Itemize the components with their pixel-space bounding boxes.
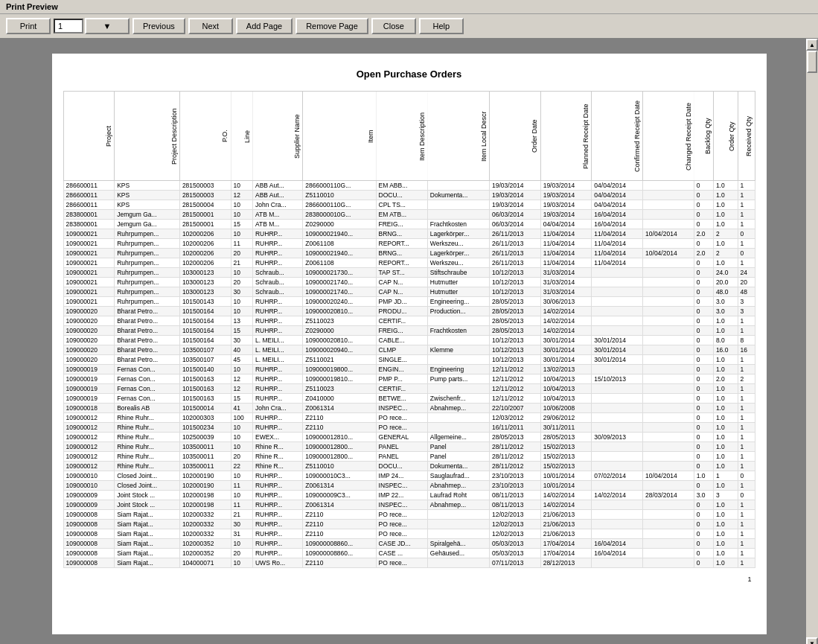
table-cell: 0	[694, 355, 713, 365]
table-row: 109000010Closed Joint...10200019011RUHRP…	[63, 481, 755, 491]
table-cell: CPL TS...	[376, 200, 427, 210]
scroll-thumb[interactable]	[807, 51, 817, 73]
table-cell: 0	[694, 558, 713, 568]
table-cell: 26/11/2013	[489, 258, 540, 268]
table-cell: Siam Rajat...	[115, 539, 180, 549]
table-cell: 15/02/2013	[540, 462, 592, 471]
table-cell: 10/12/2013	[489, 345, 540, 355]
table-cell: 102000332	[179, 510, 231, 520]
table-cell: 0	[694, 365, 713, 374]
table-cell	[643, 510, 694, 520]
remove-page-button[interactable]: Remove Page	[295, 18, 368, 34]
table-cell: PRODU...	[376, 307, 427, 316]
table-cell: 0	[738, 491, 755, 500]
add-page-button[interactable]: Add Page	[236, 18, 293, 34]
close-button[interactable]: Close	[371, 18, 416, 34]
table-cell: 30/01/2014	[592, 336, 643, 345]
table-row: 109000012Rhine Ruhr...10150023410RUHRP..…	[63, 423, 755, 433]
table-cell	[643, 287, 694, 297]
table-cell: 20	[231, 249, 252, 258]
table-cell: 21/06/2013	[540, 520, 592, 529]
table-cell: 1	[738, 181, 755, 191]
table-cell: Panel	[427, 452, 489, 462]
table-cell: 3.0	[713, 307, 738, 316]
table-cell: Bharat Petro...	[115, 326, 180, 336]
table-cell: PANEL	[376, 442, 427, 452]
table-cell: Fernas Con...	[115, 374, 180, 384]
table-cell	[427, 336, 489, 345]
table-cell: 10/01/2014	[540, 471, 592, 481]
table-cell: 0	[694, 268, 713, 278]
previous-button[interactable]: Previous	[132, 18, 185, 34]
table-cell: IMP 22...	[376, 491, 427, 500]
table-cell: 109000019800...	[303, 365, 376, 374]
table-cell: 11	[231, 500, 252, 510]
table-cell: 1	[713, 471, 738, 481]
table-cell	[592, 558, 643, 568]
table-cell: 0	[694, 258, 713, 268]
scroll-up-button[interactable]: ▲	[806, 39, 818, 51]
table-cell: 14/02/2014	[540, 491, 592, 500]
table-cell: 12	[231, 374, 252, 384]
table-cell: 2.0	[694, 229, 713, 239]
table-cell: 1.0	[713, 442, 738, 452]
table-cell: 1.0	[713, 326, 738, 336]
print-button[interactable]: Print	[6, 18, 51, 34]
table-cell: CLMP	[376, 345, 427, 355]
table-cell: 16/04/2014	[592, 549, 643, 558]
table-cell	[592, 510, 643, 520]
table-cell: 283800001	[63, 210, 115, 220]
table-cell: 07/02/2014	[592, 471, 643, 481]
table-cell: 31	[231, 529, 252, 539]
table-cell: 1	[738, 549, 755, 558]
page-dropdown-button[interactable]: ▼	[85, 18, 130, 34]
table-cell: 28/11/2012	[489, 452, 540, 462]
table-cell: 04/04/2014	[592, 191, 643, 200]
table-cell	[643, 258, 694, 268]
toolbar: Print ▼ Previous Next Add Page Remove Pa…	[0, 14, 818, 39]
help-button[interactable]: Help	[419, 18, 464, 34]
table-cell: 1	[738, 452, 755, 462]
table-cell	[643, 394, 694, 404]
page-number-container: ▼	[54, 18, 130, 34]
table-cell: 30	[231, 287, 252, 297]
table-cell: RUHRP...	[252, 249, 302, 258]
table-cell: 109000020940...	[303, 345, 376, 355]
table-cell	[427, 210, 489, 220]
table-cell: 2.0	[694, 249, 713, 258]
table-cell: 14/02/2014	[540, 326, 592, 336]
table-cell: Lagerkörper...	[427, 229, 489, 239]
table-cell: 10	[231, 307, 252, 316]
table-cell: INSPEC...	[376, 404, 427, 413]
table-cell: 102500039	[179, 433, 231, 442]
title-text: Print Preview	[0, 0, 818, 14]
table-cell: 101500164	[179, 326, 231, 336]
table-cell: Z5110023	[303, 384, 376, 394]
page-number-input[interactable]	[54, 19, 83, 34]
table-cell: 3	[738, 297, 755, 307]
table-cell	[592, 423, 643, 433]
table-cell: Klemme	[427, 345, 489, 355]
table-row: 109000021Ruhrpumpen...10200020620RUHRP..…	[63, 249, 755, 258]
table-cell: 101500163	[179, 374, 231, 384]
table-cell: 10	[231, 210, 252, 220]
table-cell: Z2110	[303, 510, 376, 520]
table-cell: 45	[231, 355, 252, 365]
table-cell: 1	[738, 220, 755, 229]
table-cell: 109000012	[63, 462, 115, 471]
table-cell: 11/04/2014	[540, 258, 592, 268]
table-cell: 10/12/2013	[489, 278, 540, 287]
table-cell: Fernas Con...	[115, 384, 180, 394]
table-cell: 22/10/2007	[489, 404, 540, 413]
table-cell: 1	[738, 258, 755, 268]
table-cell: 1.0	[713, 413, 738, 423]
table-cell: 14/02/2014	[540, 500, 592, 510]
table-cell: 17/04/2014	[540, 549, 592, 558]
table-cell: 109000012	[63, 452, 115, 462]
table-cell: Z0061314	[303, 481, 376, 491]
scroll-down-button[interactable]: ▼	[806, 637, 818, 644]
table-cell: 109000012810...	[303, 433, 376, 442]
table-cell: Schraub...	[252, 268, 302, 278]
table-cell: Z0410000	[303, 394, 376, 404]
next-button[interactable]: Next	[188, 18, 233, 34]
